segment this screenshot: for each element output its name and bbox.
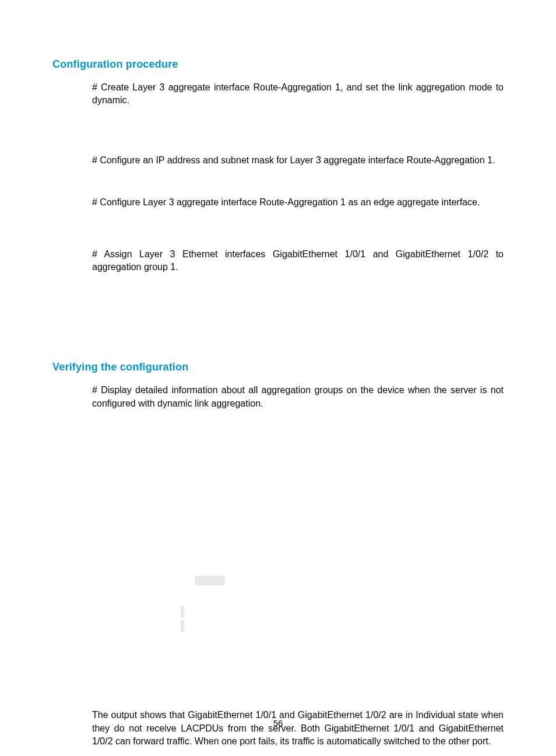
placeholder-bar: [195, 576, 225, 585]
paragraph: # Configure an IP address and subnet mas…: [92, 154, 504, 167]
page: Configuration procedure # Create Layer 3…: [0, 0, 556, 756]
content-block: # Display detailed information about all…: [92, 384, 504, 748]
paragraph: # Display detailed information about all…: [92, 384, 504, 410]
output-placeholder: [92, 573, 504, 633]
paragraph: # Create Layer 3 aggregate interface Rou…: [92, 81, 504, 107]
placeholder-bar: [181, 620, 184, 632]
paragraph: The output shows that GigabitEthernet 1/…: [92, 709, 504, 748]
placeholder-bar: [181, 606, 184, 618]
heading-configuration-procedure: Configuration procedure: [52, 58, 504, 71]
paragraph: # Configure Layer 3 aggregate interface …: [92, 196, 504, 209]
content-block: # Create Layer 3 aggregate interface Rou…: [92, 81, 504, 274]
paragraph: # Assign Layer 3 Ethernet interfaces Gig…: [92, 248, 504, 274]
page-number: 56: [0, 718, 556, 728]
heading-verifying-configuration: Verifying the configuration: [52, 361, 504, 373]
